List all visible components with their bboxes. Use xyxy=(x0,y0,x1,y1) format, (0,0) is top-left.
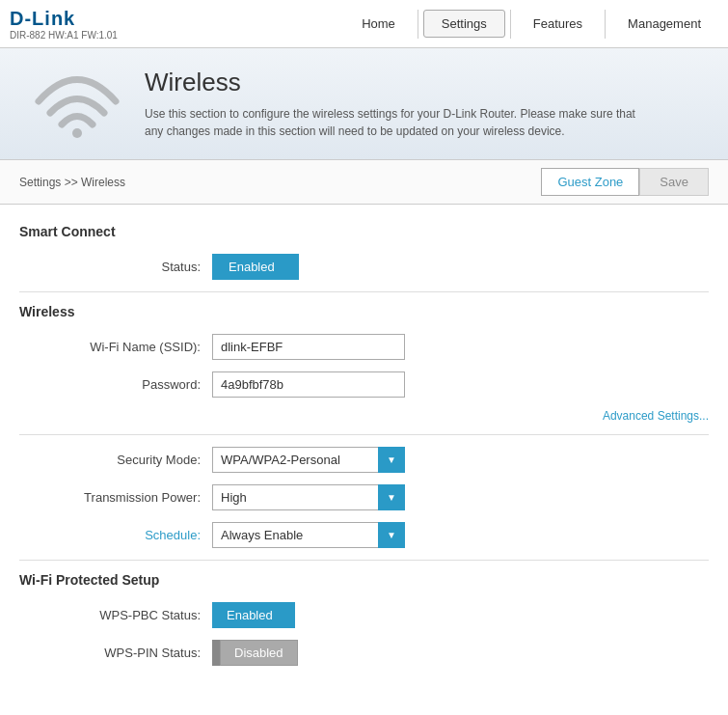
main-content: Smart Connect Status: Enabled Wireless W… xyxy=(0,205,728,692)
top-nav: D-Link DIR-882 HW:A1 FW:1.01 Home Settin… xyxy=(0,0,728,48)
schedule-select[interactable]: Always Enable Custom xyxy=(212,522,405,548)
password-row: Password: xyxy=(19,371,709,398)
action-bar: Settings >> Wireless Guest Zone Save xyxy=(0,160,728,205)
advanced-settings-link-row: Advanced Settings... xyxy=(19,409,709,423)
divider-3 xyxy=(19,560,709,561)
wps-pbc-enabled-button[interactable]: Enabled xyxy=(212,602,287,628)
smart-connect-toggle: Enabled xyxy=(212,254,299,280)
schedule-label: Schedule: xyxy=(19,528,212,542)
smart-connect-status-row: Status: Enabled xyxy=(19,254,709,280)
smart-connect-indicator xyxy=(291,254,299,280)
nav-features[interactable]: Features xyxy=(516,11,600,37)
wireless-section-title: Wireless xyxy=(19,304,709,319)
divider-2 xyxy=(19,434,709,435)
wps-pin-disabled-button[interactable]: Disabled xyxy=(220,640,298,666)
nav-links: Home Settings Features Management xyxy=(344,10,718,39)
ssid-input[interactable] xyxy=(212,334,405,360)
save-button[interactable]: Save xyxy=(639,168,709,196)
transmission-power-label: Transmission Power: xyxy=(19,490,212,505)
wifi-icon-area xyxy=(29,68,125,140)
security-mode-row: Security Mode: WPA/WPA2-Personal WPA2-Pe… xyxy=(19,447,709,473)
smart-connect-enabled-button[interactable]: Enabled xyxy=(212,254,291,280)
smart-connect-section-title: Smart Connect xyxy=(19,224,709,239)
wps-section-title: Wi-Fi Protected Setup xyxy=(19,572,709,588)
wps-pbc-row: WPS-PBC Status: Enabled xyxy=(19,602,709,628)
page-header: Wireless Use this section to configure t… xyxy=(0,48,728,160)
header-text: Wireless Use this section to configure t… xyxy=(145,68,656,140)
page-description: Use this section to configure the wirele… xyxy=(145,105,656,140)
ssid-label: Wi-Fi Name (SSID): xyxy=(19,340,212,354)
guest-zone-button[interactable]: Guest Zone xyxy=(541,168,639,196)
nav-separator-1 xyxy=(418,10,418,39)
wps-pbc-indicator xyxy=(287,602,295,628)
brand-name: D-Link xyxy=(10,8,118,30)
password-label: Password: xyxy=(19,377,212,392)
transmission-power-row: Transmission Power: High Medium Low xyxy=(19,484,709,510)
breadcrumb: Settings >> Wireless xyxy=(19,176,541,189)
logo-area: D-Link DIR-882 HW:A1 FW:1.01 xyxy=(10,8,118,41)
divider-1 xyxy=(19,291,709,292)
nav-separator-2 xyxy=(510,10,511,39)
brand-model: DIR-882 HW:A1 FW:1.01 xyxy=(10,30,118,41)
wps-pbc-label: WPS-PBC Status: xyxy=(19,608,212,622)
schedule-select-wrapper: Always Enable Custom xyxy=(212,522,405,548)
svg-point-0 xyxy=(72,128,82,138)
security-mode-select-wrapper: WPA/WPA2-Personal WPA2-Personal WEP None xyxy=(212,447,405,473)
security-mode-select[interactable]: WPA/WPA2-Personal WPA2-Personal WEP None xyxy=(212,447,405,473)
nav-home[interactable]: Home xyxy=(344,11,413,37)
smart-connect-status-label: Status: xyxy=(19,260,212,274)
wps-pbc-toggle: Enabled xyxy=(212,602,295,628)
nav-settings[interactable]: Settings xyxy=(423,10,505,38)
security-mode-label: Security Mode: xyxy=(19,453,212,467)
wps-pin-row: WPS-PIN Status: Disabled xyxy=(19,640,709,666)
wps-pin-indicator xyxy=(212,640,220,666)
schedule-link[interactable]: Schedule: xyxy=(145,528,201,542)
ssid-row: Wi-Fi Name (SSID): xyxy=(19,334,709,360)
transmission-power-select-wrapper: High Medium Low xyxy=(212,484,405,510)
password-input[interactable] xyxy=(212,371,405,398)
transmission-power-select[interactable]: High Medium Low xyxy=(212,484,405,510)
wps-pin-toggle: Disabled xyxy=(212,640,298,666)
schedule-row: Schedule: Always Enable Custom xyxy=(19,522,709,548)
advanced-settings-link[interactable]: Advanced Settings... xyxy=(603,409,709,423)
wps-pin-label: WPS-PIN Status: xyxy=(19,646,212,660)
page-title: Wireless xyxy=(145,68,656,97)
wifi-icon xyxy=(34,68,121,140)
nav-separator-3 xyxy=(605,10,606,39)
action-buttons: Guest Zone Save xyxy=(541,168,709,196)
nav-management[interactable]: Management xyxy=(610,11,718,37)
